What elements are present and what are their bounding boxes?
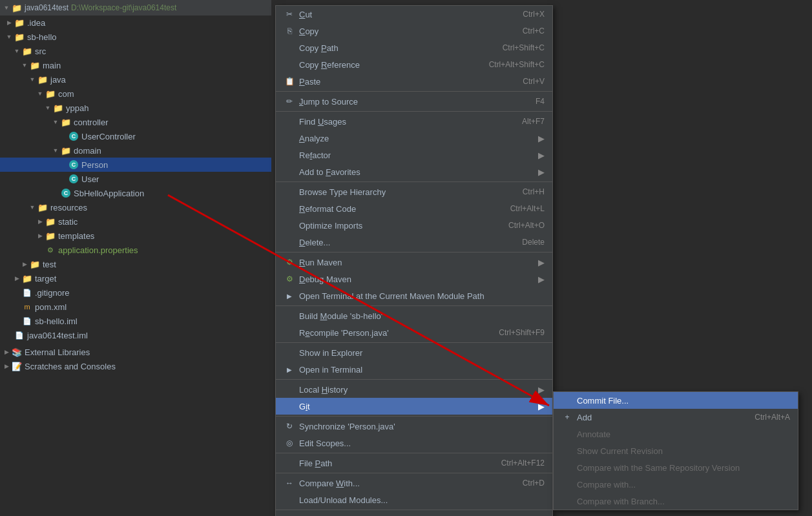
tree-item-person[interactable]: ▶ C Person [0, 158, 271, 172]
menu-item-reformat[interactable]: Reformat Code Ctrl+Alt+L [276, 200, 552, 217]
menu-item-refactor[interactable]: Refactor ▶ [276, 147, 552, 163]
tree-item-sb-hello[interactable]: ▼ 📁 sb-hello [0, 30, 271, 44]
separator-5 [276, 305, 552, 306]
add-icon: + [561, 411, 573, 423]
menu-item-synchronize[interactable]: ↻ Synchronize 'Person.java' [276, 418, 552, 435]
shortcut-delete: Delete [522, 238, 545, 247]
tree-item-java[interactable]: ▼ 📁 java [0, 72, 271, 87]
menu-label-browse-hierarchy: Browse Type Hierarchy [299, 187, 510, 197]
folder-icon: 📁 [61, 117, 71, 127]
menu-label-recompile: Recompile 'Person.java' [299, 328, 486, 338]
tree-label: domain [74, 146, 101, 156]
tree-item-main[interactable]: ▼ 📁 main [0, 58, 271, 72]
tree-item-scratches[interactable]: ▶ 📝 Scratches and Consoles [0, 359, 271, 373]
annotate-icon [561, 428, 573, 440]
tree-item-gitignore[interactable]: ▶ 📄 .gitignore [0, 285, 271, 300]
menu-item-run-maven[interactable]: ⚙ Run Maven ▶ [276, 254, 552, 271]
menu-item-open-in-terminal[interactable]: ▶ Open in Terminal [276, 361, 552, 378]
tree-label: test [43, 260, 56, 269]
tree-item-test[interactable]: ▶ 📁 test [0, 257, 271, 271]
menu-label-open-terminal-maven: Open Terminal at the Current Maven Modul… [299, 291, 545, 301]
submenu-item-annotate: Annotate [554, 426, 798, 442]
menu-item-diagram[interactable]: Diagram... [276, 511, 552, 516]
compare-branch-icon [561, 479, 573, 490]
tree-item-pom[interactable]: ▶ m pom.xml [0, 300, 271, 314]
submenu-label-commit: Commit File... [577, 396, 790, 406]
menu-item-file-path[interactable]: File Path Ctrl+Alt+F12 [276, 455, 552, 471]
menu-label-run-maven: Run Maven [299, 258, 533, 267]
submenu-item-commit-file[interactable]: Commit File... [554, 392, 798, 409]
jump-icon: ✏ [284, 96, 295, 107]
menu-item-compare-with[interactable]: ↔ Compare With... Ctrl+D [276, 475, 552, 491]
menu-item-add-favorites[interactable]: Add to Favorites ▶ [276, 163, 552, 180]
revision-icon [561, 445, 573, 457]
tree-item-sb-iml[interactable]: ▶ 📄 sb-hello.iml [0, 314, 271, 328]
menu-item-cut[interactable]: ✂ Cut Ctrl+X [276, 6, 552, 23]
tree-item-java-iml[interactable]: ▶ 📄 java0614test.iml [0, 328, 271, 342]
menu-label-git: Git [299, 402, 533, 411]
tree-item-static[interactable]: ▶ 📁 static [0, 214, 271, 229]
tree-label: static [58, 217, 78, 227]
shortcut-reformat: Ctrl+Alt+L [510, 204, 545, 213]
tree-label: SbHelloApplication [74, 189, 144, 198]
menu-item-copy-path[interactable]: Copy Path Ctrl+Shift+C [276, 39, 552, 56]
menu-item-recompile[interactable]: Recompile 'Person.java' Ctrl+Shift+F9 [276, 324, 552, 341]
menu-item-find-usages[interactable]: Find Usages Alt+F7 [276, 113, 552, 130]
menu-label-file-path: File Path [299, 459, 488, 468]
menu-item-optimize-imports[interactable]: Optimize Imports Ctrl+Alt+O [276, 217, 552, 234]
menu-item-analyze[interactable]: Analyze ▶ [276, 130, 552, 147]
menu-item-build-module[interactable]: Build Module 'sb-hello' [276, 307, 552, 324]
tree-item-target[interactable]: ▶ 📁 target [0, 271, 271, 285]
menu-item-delete[interactable]: Delete... Delete [276, 234, 552, 251]
shortcut-paste: Ctrl+V [523, 77, 545, 86]
menu-label-copy: Copy [299, 26, 510, 36]
tree-label: yppah [66, 103, 88, 113]
folder-icon: 📁 [45, 88, 56, 99]
tree-label: External Libraries [25, 347, 90, 357]
tree-item-templates[interactable]: ▶ 📁 templates [0, 229, 271, 243]
tree-item-user[interactable]: ▶ C User [0, 172, 271, 186]
submenu-arrow: ▶ [538, 402, 545, 411]
tree-item-ext-lib[interactable]: ▶ 📚 External Libraries [0, 345, 271, 359]
menu-item-browse-hierarchy[interactable]: Browse Type Hierarchy Ctrl+H [276, 183, 552, 200]
tree-item-resources[interactable]: ▼ 📁 resources [0, 200, 271, 214]
build-icon [284, 310, 295, 322]
tree-item-src[interactable]: ▼ 📁 src [0, 44, 271, 58]
menu-item-copy-reference[interactable]: Copy Reference Ctrl+Alt+Shift+C [276, 56, 552, 73]
sync-icon: ↻ [284, 420, 295, 432]
menu-item-jump-to-source[interactable]: ✏ Jump to Source F4 [276, 93, 552, 110]
menu-item-paste[interactable]: 📋 Paste Ctrl+V [276, 73, 552, 90]
menu-item-edit-scopes[interactable]: ◎ Edit Scopes... [276, 435, 552, 451]
submenu-item-show-revision: Show Current Revision [554, 442, 798, 459]
cut-icon: ✂ [284, 8, 295, 20]
tree-item-sbhello-app[interactable]: ▶ C SbHelloApplication [0, 186, 271, 200]
tree-item-controller[interactable]: ▼ 📁 controller [0, 115, 271, 129]
tree-label: application.properties [58, 245, 138, 255]
menu-label-synchronize: Synchronize 'Person.java' [299, 422, 545, 431]
tree-label: User [81, 174, 99, 184]
menu-item-local-history[interactable]: Local History ▶ [276, 381, 552, 398]
tree-item-com[interactable]: ▼ 📁 com [0, 87, 271, 101]
tree-item-app-props[interactable]: ▶ ⚙ application.properties [0, 243, 271, 257]
menu-item-open-terminal-maven[interactable]: ▶ Open Terminal at the Current Maven Mod… [276, 287, 552, 304]
menu-item-show-in-explorer[interactable]: Show in Explorer [276, 344, 552, 361]
tree-item-idea[interactable]: ▶ 📁 .idea [0, 15, 271, 30]
menu-label-local-history: Local History [299, 385, 533, 395]
submenu-item-compare-same-repo: Compare with the Same Repository Version [554, 459, 798, 476]
tree-item-domain[interactable]: ▼ 📁 domain [0, 143, 271, 158]
compare-repo-icon [561, 462, 573, 473]
ext-lib-icon: 📚 [12, 347, 22, 357]
project-root[interactable]: ▼ 📁 java0614test D:\Workspace-git\java06… [0, 0, 271, 15]
menu-item-git[interactable]: Git ▶ [276, 398, 552, 415]
submenu-item-add[interactable]: + Add Ctrl+Alt+A [554, 409, 798, 426]
shortcut-filepath: Ctrl+Alt+F12 [501, 459, 545, 468]
compare-branch2-icon [561, 495, 573, 507]
copy-ref-icon [284, 59, 295, 70]
git-file-icon: 📄 [22, 287, 32, 298]
tree-item-user-controller[interactable]: ▶ C UserController [0, 129, 271, 143]
menu-item-copy[interactable]: ⎘ Copy Ctrl+C [276, 23, 552, 39]
tree-item-yppah[interactable]: ▼ 📁 yppah [0, 101, 271, 115]
refactor-icon [284, 149, 295, 161]
menu-item-debug-maven[interactable]: ⚙ Debug Maven ▶ [276, 271, 552, 287]
menu-item-load-unload[interactable]: Load/Unload Modules... [276, 491, 552, 508]
